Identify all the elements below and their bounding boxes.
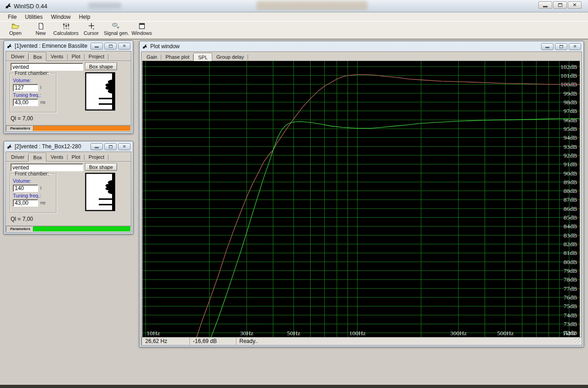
svg-text:97dB: 97dB xyxy=(564,107,577,114)
volume-input[interactable] xyxy=(13,185,38,192)
toolbar: Open New Calculators Cursor Signal gen. … xyxy=(0,21,588,39)
tab-box[interactable]: Box xyxy=(28,52,46,61)
plot-status-bar: 26,62 Hz -16,69 dB Ready.. xyxy=(141,337,582,345)
tab-box[interactable]: Box xyxy=(28,153,46,162)
box-shape-button[interactable]: Box shape xyxy=(85,163,117,171)
project-window-2-title-bar[interactable]: [2]vented : The_Box12-280 ✕ xyxy=(6,141,131,152)
signal-gen-button[interactable]: Signal gen. xyxy=(104,22,129,38)
svg-text:88dB: 88dB xyxy=(564,187,577,194)
ql-value: Ql = 7,00 xyxy=(11,216,33,222)
window-title: [1]vented : Eminence Basslite S2... xyxy=(15,43,88,49)
svg-text:85dB: 85dB xyxy=(564,214,577,221)
svg-text:92dB: 92dB xyxy=(564,152,577,159)
menu-help[interactable]: Help xyxy=(75,13,95,21)
menu-file[interactable]: File xyxy=(4,13,21,21)
box-type-input[interactable] xyxy=(11,63,83,71)
tuning-freq-input[interactable] xyxy=(13,199,38,207)
tab-driver[interactable]: Driver xyxy=(7,52,28,61)
app-icon xyxy=(6,144,12,150)
cursor-frequency-readout: 26,62 Hz xyxy=(141,337,189,345)
svg-text:94dB: 94dB xyxy=(564,134,577,141)
parameters-progress-bar xyxy=(33,226,131,232)
box-shape-button[interactable]: Box shape xyxy=(85,62,117,70)
front-chamber-group: Front chamber: Volume: l Tuning freq.: H… xyxy=(10,171,57,213)
tab-plot[interactable]: Plot xyxy=(68,153,85,161)
box-type-input[interactable] xyxy=(11,163,83,171)
close-button[interactable]: ✕ xyxy=(569,43,581,50)
svg-text:93dB: 93dB xyxy=(564,143,577,150)
tab-group-delay[interactable]: Group delay xyxy=(212,53,248,61)
signal-generator-icon xyxy=(112,22,122,30)
minimize-button[interactable] xyxy=(541,43,554,50)
project-window-2: [2]vented : The_Box12-280 ✕ Driver Box V… xyxy=(4,141,133,234)
svg-text:89dB: 89dB xyxy=(564,179,577,186)
maximize-button[interactable] xyxy=(555,43,567,50)
parameters-progress-bar xyxy=(33,125,131,131)
close-button[interactable]: ✕ xyxy=(118,143,130,150)
box-shape-drawing xyxy=(85,72,116,112)
maximize-icon xyxy=(558,3,562,7)
close-button[interactable]: ✕ xyxy=(118,43,130,50)
svg-text:101dB: 101dB xyxy=(560,72,577,79)
tab-vents[interactable]: Vents xyxy=(46,153,68,161)
tab-gain[interactable]: Gain xyxy=(142,53,161,61)
plot-tabs: Gain Phase plot SPL Group delay xyxy=(141,52,582,61)
project-window-1-title-bar[interactable]: [1]vented : Eminence Basslite S2... ✕ xyxy=(6,41,131,51)
tab-driver[interactable]: Driver xyxy=(7,153,28,161)
minimize-button[interactable] xyxy=(90,143,103,150)
close-icon: ✕ xyxy=(123,145,126,149)
minimize-button[interactable] xyxy=(538,1,552,9)
spl-plot-area[interactable]: 72dB73dB74dB75dB76dB77dB78dB79dB80dB81dB… xyxy=(142,61,580,337)
maximize-button[interactable] xyxy=(553,1,567,9)
svg-text:98dB: 98dB xyxy=(564,99,577,106)
tab-vents[interactable]: Vents xyxy=(46,52,68,61)
svg-text:76dB: 76dB xyxy=(564,294,577,301)
new-button[interactable]: New xyxy=(28,22,53,38)
menu-window[interactable]: Window xyxy=(47,13,75,21)
svg-text:102dB: 102dB xyxy=(560,63,577,70)
calculators-button[interactable]: Calculators xyxy=(53,22,79,38)
front-chamber-label: Front chamber: xyxy=(14,171,50,176)
tab-project[interactable]: Project xyxy=(85,153,108,161)
tab-project[interactable]: Project xyxy=(85,52,108,61)
cursor-button[interactable]: Cursor xyxy=(79,22,104,38)
project-window-2-status-bar: Parameters xyxy=(6,225,131,232)
vent-line xyxy=(99,98,113,99)
close-button[interactable]: ✕ xyxy=(568,1,582,9)
volume-input[interactable] xyxy=(13,84,38,91)
spl-chart[interactable]: 72dB73dB74dB75dB76dB77dB78dB79dB80dB81dB… xyxy=(142,61,580,337)
svg-text:500Hz: 500Hz xyxy=(497,330,514,337)
project-window-1: [1]vented : Eminence Basslite S2... ✕ Dr… xyxy=(4,40,133,134)
plot-window-title-bar[interactable]: Plot window ✕ xyxy=(141,41,582,51)
volume-label: Volume: xyxy=(13,78,53,83)
svg-text:75dB: 75dB xyxy=(564,303,577,309)
minimize-icon xyxy=(95,147,99,148)
tuning-freq-label: Tuning freq.: xyxy=(13,92,53,98)
volume-unit: l xyxy=(40,85,41,90)
svg-text:79dB: 79dB xyxy=(564,267,577,274)
close-icon: ✕ xyxy=(573,3,577,7)
tab-plot[interactable]: Plot xyxy=(68,52,85,61)
tuning-freq-input[interactable] xyxy=(13,99,38,106)
window-bottom-border xyxy=(0,385,588,388)
svg-text:10Hz: 10Hz xyxy=(147,330,160,337)
svg-text:83dB: 83dB xyxy=(564,232,577,239)
main-title-bar[interactable]: WinISD 0.44 ✕ xyxy=(0,0,588,12)
resize-grip[interactable] xyxy=(575,338,581,344)
svg-text:50Hz: 50Hz xyxy=(287,330,300,337)
maximize-button[interactable] xyxy=(104,43,117,50)
open-button[interactable]: Open xyxy=(3,22,28,38)
maximize-button[interactable] xyxy=(104,143,117,150)
menu-utilities[interactable]: Utilities xyxy=(21,13,47,21)
windows-button[interactable]: Windows xyxy=(129,22,154,38)
tab-phase-plot[interactable]: Phase plot xyxy=(161,53,193,61)
minimize-button[interactable] xyxy=(90,43,103,50)
app-icon xyxy=(6,43,12,49)
svg-text:90dB: 90dB xyxy=(564,170,577,177)
tab-spl[interactable]: SPL xyxy=(193,53,212,61)
plot-window: Plot window ✕ Gain Phase plot SPL Group … xyxy=(139,41,584,347)
tuning-freq-unit: Hz xyxy=(40,100,45,105)
menu-bar: File Utilities Window Help xyxy=(0,12,588,21)
svg-text:96dB: 96dB xyxy=(564,117,577,124)
vent-line xyxy=(99,103,113,105)
